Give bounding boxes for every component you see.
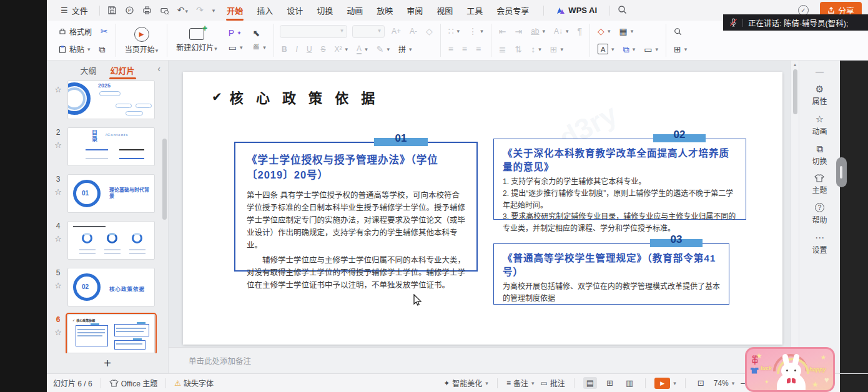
line-spacing-button[interactable]: ↕▾ bbox=[529, 44, 543, 55]
insert-shape-button[interactable]: ◇▾ bbox=[596, 26, 612, 37]
highlight-button[interactable]: ✎▾ bbox=[375, 44, 392, 55]
qat-more-chevron[interactable]: ▾ bbox=[212, 7, 215, 14]
search-icon[interactable] bbox=[618, 5, 627, 16]
comments-button[interactable]: ▭ 批注 bbox=[540, 378, 565, 388]
slide-thumbnail-6-current[interactable]: ✓核心政策依据 bbox=[67, 315, 155, 353]
tab-home[interactable]: 开始 bbox=[220, 0, 250, 21]
tab-insert[interactable]: 插入 bbox=[250, 0, 280, 21]
side-panel-drag-handle[interactable] bbox=[836, 157, 847, 187]
align-right-button[interactable]: ≡ bbox=[474, 44, 483, 55]
paragraph-mark-button[interactable]: ¶ bbox=[576, 26, 584, 37]
slideshow-button[interactable]: ▶ ▾ bbox=[654, 378, 676, 389]
scroll-up-icon[interactable]: ▴ bbox=[794, 62, 796, 67]
numbering-button[interactable]: ⋮▾ bbox=[466, 26, 485, 37]
slide-canvas[interactable]: d3ry d3ry ✔ 核 心 政 策 依 据 01 《学士学位授权与授予管理办… bbox=[169, 61, 791, 347]
panel-item-animation[interactable]: ☆ 动画 bbox=[812, 114, 827, 136]
normal-view-button[interactable]: ▤ bbox=[583, 377, 597, 389]
pinyin-button[interactable]: 拼▾ bbox=[397, 42, 414, 56]
align-left-button[interactable]: ≡ bbox=[446, 44, 455, 55]
print-icon[interactable] bbox=[142, 6, 152, 15]
panel-item-properties[interactable]: ⚙ 属性 bbox=[812, 84, 827, 106]
tab-transition[interactable]: 切换 bbox=[310, 0, 340, 21]
add-slide-button[interactable]: + bbox=[104, 356, 111, 371]
tab-animation[interactable]: 动画 bbox=[340, 0, 370, 21]
wps-ai-button[interactable]: WPS AI bbox=[551, 6, 602, 15]
window-layout-button[interactable]: ⊞▾ bbox=[672, 44, 689, 55]
file-menu[interactable]: ☰ 文件 bbox=[57, 3, 92, 17]
new-slide-button[interactable]: 新建幻灯片▾ bbox=[173, 27, 220, 53]
scrollbar-handle[interactable] bbox=[793, 69, 797, 114]
italic-button[interactable]: I bbox=[294, 44, 300, 55]
theme-indicator[interactable]: Office 主题 bbox=[109, 378, 157, 388]
reuse-slide-button[interactable]: ⬉ bbox=[251, 27, 268, 39]
cut-button[interactable]: ✂ bbox=[99, 26, 110, 37]
zoom-level[interactable]: 74% ▾ bbox=[714, 379, 735, 388]
distribute-button[interactable]: ⇅ bbox=[513, 44, 524, 55]
policy-box-1[interactable]: 01 《学士学位授权与授予管理办法》（学位〔2019〕20号） 第十四条 具有学… bbox=[234, 142, 478, 272]
undo-button[interactable]: ↶▾ bbox=[177, 6, 188, 15]
panel-item-transition[interactable]: ⧉ 切换 bbox=[812, 144, 827, 166]
star-icon[interactable]: ☆ bbox=[54, 85, 62, 94]
font-name-combo[interactable] bbox=[280, 25, 347, 38]
clear-format-button[interactable]: ◇ bbox=[424, 26, 435, 37]
tab-member[interactable]: 会员专享 bbox=[490, 0, 536, 21]
panel-item-theme[interactable]: 主题 bbox=[812, 174, 827, 195]
tab-design[interactable]: 设计 bbox=[280, 0, 310, 21]
align-center-button[interactable]: ≡ bbox=[460, 44, 469, 55]
slide-thumbnail-5[interactable]: 02 核心政策依据 bbox=[67, 268, 155, 306]
play-from-current-button[interactable]: ▶ 当页开始▾ bbox=[122, 26, 162, 55]
slide-6[interactable]: d3ry d3ry ✔ 核 心 政 策 依 据 01 《学士学位授权与授予管理办… bbox=[183, 72, 782, 345]
tab-review[interactable]: 审阅 bbox=[400, 0, 430, 21]
tab-slideshow[interactable]: 放映 bbox=[370, 0, 400, 21]
zoom-out-button[interactable]: – bbox=[741, 379, 745, 388]
strikethrough-button[interactable]: S bbox=[319, 44, 328, 55]
outdent-button[interactable]: ⇤ bbox=[497, 26, 508, 37]
star-icon[interactable]: ☆ bbox=[54, 187, 62, 197]
bullets-button[interactable]: ∷▾ bbox=[446, 26, 461, 37]
section-button[interactable]: ≝▾ bbox=[251, 42, 268, 53]
ai-slide-button[interactable]: P✦ bbox=[227, 27, 245, 39]
increase-font-button[interactable]: A+ bbox=[390, 26, 403, 37]
smart-beautify-button[interactable]: ✦ 智能美化 ▾ bbox=[443, 378, 488, 388]
slide-thumbnail-2[interactable]: 目录 /Contents bbox=[67, 127, 155, 166]
print-preview-icon[interactable] bbox=[160, 6, 169, 15]
slide-size-button[interactable]: ▭▾ bbox=[642, 44, 660, 55]
font-color-button[interactable]: A▾ bbox=[355, 43, 370, 56]
export-pdf-icon[interactable]: P bbox=[125, 6, 134, 15]
decrease-font-button[interactable]: A- bbox=[408, 26, 419, 37]
slide-layout-button[interactable]: ▭▾ bbox=[227, 42, 245, 53]
notes-bar[interactable]: 单击此处添加备注 bbox=[169, 347, 791, 373]
policy-box-2[interactable]: 02 《关于深化本科教育教学改革全面提高人才培养质量的意见》 1. 支持学有余力… bbox=[493, 139, 746, 220]
font-size-combo[interactable] bbox=[352, 25, 385, 38]
policy-box-3[interactable]: 03 《普通高等学校学生管理规定》（教育部令第41号） 为高校开展包括辅修、双学… bbox=[493, 243, 729, 305]
collapse-panel-icon[interactable]: ‹ bbox=[157, 64, 160, 74]
tab-outline[interactable]: 大纲 bbox=[79, 62, 97, 79]
char-spacing-button[interactable]: ab▾ bbox=[529, 26, 547, 37]
sidebar-scrollbar[interactable] bbox=[162, 139, 167, 220]
tab-tools[interactable]: 工具 bbox=[460, 0, 490, 21]
notes-button[interactable]: ≡ 备注 ▾ bbox=[506, 378, 535, 388]
insert-picture-button[interactable]: ▦▾ bbox=[617, 26, 635, 37]
tab-view[interactable]: 视图 bbox=[430, 0, 460, 21]
canvas-scrollbar[interactable]: ▴ ▴ ▾ bbox=[791, 61, 799, 373]
slide-thumbnail-3[interactable]: 01 理论基础与时代背景 bbox=[67, 174, 155, 213]
missing-font-warning[interactable]: ⚠ 缺失字体 bbox=[174, 378, 214, 388]
save-icon[interactable] bbox=[107, 6, 117, 15]
text-align-vertical-button[interactable]: ⊞▾ bbox=[548, 44, 565, 55]
text-direction-button[interactable]: A↓▾ bbox=[552, 26, 571, 37]
paste-button[interactable]: 粘贴 ▾ bbox=[56, 42, 92, 56]
star-icon[interactable]: ☆ bbox=[54, 234, 62, 243]
bold-button[interactable]: B bbox=[280, 44, 289, 55]
arrange-button[interactable]: ⧉▾ bbox=[621, 44, 638, 55]
slide-title[interactable]: ✔ 核 心 政 策 依 据 bbox=[212, 87, 379, 107]
slide-sorter-view-button[interactable]: ⊞ bbox=[603, 377, 616, 389]
reading-view-button[interactable]: ▥ bbox=[623, 377, 636, 389]
panel-item-help[interactable]: ? 帮助 bbox=[812, 203, 827, 225]
tab-slides[interactable]: 幻灯片 bbox=[109, 62, 136, 79]
star-icon[interactable]: ☆ bbox=[54, 328, 62, 337]
indent-button[interactable]: ⇥ bbox=[513, 26, 524, 37]
star-icon[interactable]: ☆ bbox=[54, 140, 62, 150]
justify-button[interactable]: ≣ bbox=[497, 44, 508, 55]
format-painter-button[interactable]: 格式刷 bbox=[56, 25, 94, 38]
copy-button[interactable]: ⧉ bbox=[97, 44, 107, 55]
